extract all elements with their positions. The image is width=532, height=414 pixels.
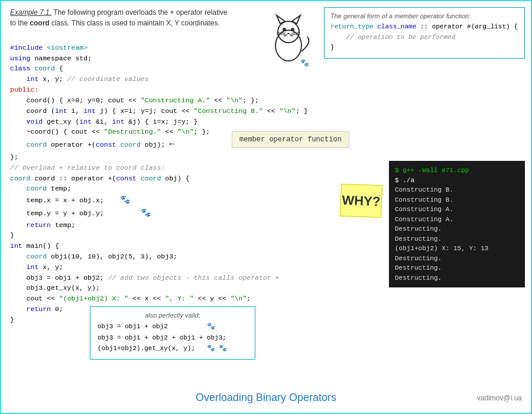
svg-marker-3	[292, 15, 300, 24]
svg-text:🐾: 🐾	[300, 58, 309, 66]
terminal-line-8: (obj1+obj2) X: 15, Y: 13	[395, 244, 519, 254]
example-label: Example 7.1.	[10, 8, 51, 17]
desc-text2: class. This class is used to maintain X,…	[50, 19, 220, 27]
callout-box: member operator function	[232, 131, 349, 148]
terminal-line-2: Constructing B.	[395, 185, 519, 195]
terminal-line-6: Destructing.	[395, 224, 519, 234]
general-form-box: The general form of a member operator fu…	[324, 7, 525, 59]
svg-point-5	[291, 28, 294, 31]
svg-point-0	[275, 30, 301, 61]
terminal-box: $ g++ -Wall e71.cpp $ ./a Constructing B…	[389, 161, 525, 287]
terminal-line-9: Destructing.	[395, 254, 519, 264]
desc-bold1: coord	[30, 19, 49, 27]
also-valid-title: also perfectly valid:	[98, 312, 248, 319]
general-form-title: The general form of a member operator fu…	[330, 12, 518, 20]
svg-marker-6	[287, 33, 290, 34]
footer: Overloading Binary Operators vadimov@i.u…	[1, 392, 531, 404]
terminal-line-10: Destructing.	[395, 263, 519, 273]
also-valid-box: also perfectly valid: obj3 = obj1 + obj2…	[90, 306, 255, 360]
sticky-note: WHY?	[340, 184, 382, 218]
also-valid-code: obj3 = obj1 + obj2 🐾 obj3 = obj1 + obj2 …	[98, 321, 248, 354]
footer-email: vadimov@i.ua	[477, 394, 522, 402]
sticky-note-text: WHY?	[342, 192, 381, 209]
terminal-line-4: Constructing A.	[395, 205, 519, 215]
terminal-line-3: Constructing B.	[395, 195, 519, 205]
svg-marker-2	[277, 15, 285, 24]
callout-label: member operator function	[239, 135, 342, 144]
cat-decoration: 🐾	[265, 13, 312, 60]
terminal-line-1: $ ./a	[395, 176, 519, 186]
svg-point-1	[278, 21, 299, 43]
terminal-line-11: Destructing.	[395, 273, 519, 283]
general-form-code: return_type class_name :: operator #(arg…	[330, 22, 518, 53]
footer-title: Overloading Binary Operators	[1, 392, 531, 404]
terminal-line-5: Constructing A.	[395, 215, 519, 225]
terminal-title: $ g++ -Wall e71.cpp	[395, 166, 519, 176]
svg-point-4	[283, 28, 286, 31]
description-text: Example 7.1. The following program overl…	[10, 7, 235, 28]
terminal-line-7: Destructing.	[395, 234, 519, 244]
